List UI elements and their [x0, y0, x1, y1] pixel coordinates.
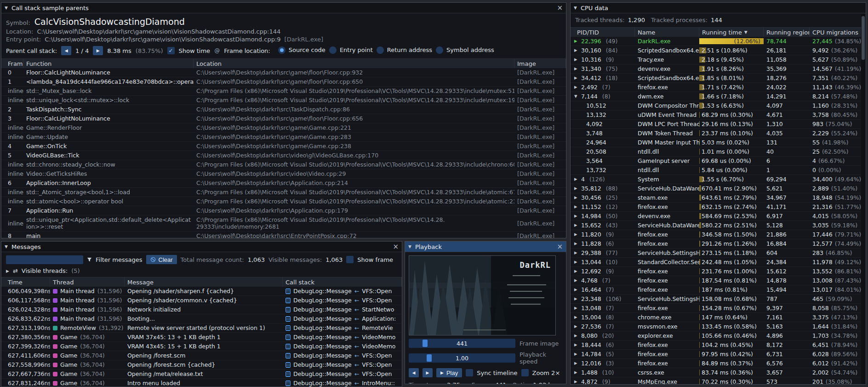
column-header-location[interactable]: Location	[194, 59, 514, 68]
callstack-titlebar[interactable]: ▼ Call stack sample parents ×	[1, 3, 566, 13]
expand-icon[interactable]: ▶	[574, 341, 578, 348]
cpu-row[interactable]: ▶14,984(50)devenv.exe584.69 ms (2.53%)6,…	[571, 212, 862, 221]
expand-icon[interactable]: ▶	[574, 47, 578, 54]
message-row[interactable]: 627,399,326nsGame(36,704)VRAM 43x45: 15 …	[1, 342, 402, 351]
expand-icon[interactable]: ▶	[574, 213, 578, 219]
cpu-row[interactable]: 13,732ntdll.dll5.84 us (0.00%)10(0.00%)	[571, 166, 862, 175]
expand-icon[interactable]: ▶	[574, 194, 578, 201]
callstack-frame-row[interactable]: 0Floor::CalcLightNoLuminanceC:\Users\wol…	[1, 68, 566, 77]
column-header-running-time[interactable]: Running time ▼	[699, 28, 764, 37]
collapse-icon[interactable]: ▼	[408, 245, 411, 249]
playback-frame-image[interactable]: DarkRL	[409, 255, 556, 335]
message-row[interactable]: 627,380,356nsGame(36,704)VRAM 37x45: 13 …	[1, 333, 402, 342]
cpu-row[interactable]: ▶13,048(7)firefox.exe154.28 ms (0.67%)9,…	[571, 304, 862, 313]
cpu-row[interactable]: 3,748DWM Token Thread23.37 ms (0.10%)4,0…	[571, 129, 862, 138]
close-icon[interactable]: ×	[557, 243, 563, 250]
expand-icon[interactable]: ▶	[574, 75, 578, 81]
cpu-row[interactable]: ▶27,536(7)msvsmon.exe133.45 ms (0.58%)5,…	[571, 322, 862, 331]
expand-icon[interactable]: ▶	[574, 84, 578, 91]
expand-icon[interactable]: ▶	[574, 231, 578, 238]
column-header-thread[interactable]: Thread	[50, 277, 125, 287]
callstack-frame-row[interactable]: 5VideoGLBase::TickC:\Users\wolf\Desktop\…	[1, 151, 566, 160]
cpu-row[interactable]: 3,564GameInput server69.68 us (0.00%)64(…	[571, 156, 862, 166]
cpu-titlebar[interactable]: ▼ CPU data	[571, 3, 866, 13]
cpu-row[interactable]: 24,964DWM Master Input Threa5.03 ms (0.0…	[571, 138, 862, 147]
callstack-frame-row[interactable]: 2TaskDispatch::SyncC:\Users\wolf\Desktop…	[1, 105, 566, 114]
cpu-row[interactable]: ▶22,396(49)DarkRL.exe(12.06%)78,74427,44…	[571, 37, 862, 46]
cpu-row[interactable]: ▶16,464(7)firefox.exe187 ms (0.81%)15,49…	[571, 285, 862, 295]
cpu-row[interactable]: 13,132uDWM Event Thread68.29 ms (0.30%)4…	[571, 110, 862, 120]
prev-callstack-button[interactable]: ◀	[61, 46, 71, 55]
filter-input[interactable]	[6, 255, 83, 264]
callstack-cell[interactable]: DebugLog::Message←VideoMemo	[283, 342, 402, 351]
callstack-frame-row[interactable]: 6Application::InnerLoopC:\Users\wolf\Des…	[1, 179, 566, 188]
cpu-row[interactable]: 10,512DWM Compositor Threa1.53 s (6.63%)…	[571, 101, 862, 110]
cpu-row[interactable]: ▶11,828(6)firefox.exe291.26 ms (1.26%)16…	[571, 239, 862, 248]
slider-grab[interactable]	[423, 340, 428, 347]
callstack-cell[interactable]: DebugLog::Message←VFS::Open	[283, 296, 402, 305]
cpu-row[interactable]: 20,508ntdll.dll1.01 ms (0.00%)4025(62.50…	[571, 147, 862, 156]
expand-icon[interactable]: ▶	[574, 222, 578, 229]
cpu-row[interactable]: ▶23,348(106)ServiceHub.SettingsHost158.0…	[571, 295, 862, 304]
prev-frame-button[interactable]: ◀	[409, 368, 419, 377]
cpu-row[interactable]: ▶15,004(8)chrome.exe147 ms (0.64%)7,1613…	[571, 313, 862, 322]
callstack-frame-row[interactable]: inlineGame::UpdateC:\Users\wolf\Desktop\…	[1, 133, 566, 142]
play-button[interactable]: ▶ Play	[436, 368, 462, 377]
expand-icon[interactable]: ▶	[574, 176, 578, 183]
callstack-cell[interactable]: DebugLog::Message←StartNetwo	[283, 305, 402, 314]
message-row[interactable]: 627,558,996nsGame(36,704)Opening /forest…	[1, 360, 402, 370]
callstack-cell[interactable]: DebugLog::Message←VFS::Open	[283, 351, 402, 360]
sync-timeline-checkbox[interactable]	[466, 369, 473, 376]
zoom-2x-checkbox[interactable]	[521, 369, 529, 376]
cpu-row[interactable]: ▶30,456(25)steam.exe643.61 ms (2.79%)34,…	[571, 193, 862, 202]
callstack-cell[interactable]: DebugLog::Message←RemoteVie	[283, 323, 402, 332]
column-header-running-regions[interactable]: Running regions	[764, 28, 810, 37]
messages-titlebar[interactable]: ▼ Messages ×	[1, 242, 402, 252]
collapse-icon[interactable]: ▼	[5, 245, 8, 249]
message-row[interactable]: 627,667,736nsGame(36,704)Opening /meta/r…	[1, 370, 402, 379]
expand-icon[interactable]: ▶	[574, 360, 578, 367]
expand-icon[interactable]: ▶	[574, 323, 578, 330]
expand-icon[interactable]: ▶	[574, 56, 578, 63]
cpu-row[interactable]: ▶4(126)System1.55 s (6.70%)69,29434,400(…	[571, 175, 862, 184]
cpu-row[interactable]: 4,092DWM LPC Port Thread29.16 ms (0.13%)…	[571, 120, 862, 129]
expand-icon[interactable]: ▶	[574, 286, 578, 293]
column-header-pid-tid[interactable]: PID/TID	[571, 28, 635, 37]
column-header-message[interactable]: Message	[125, 277, 283, 287]
cpu-row[interactable]: ▶13,044(10)StandardCollector.Servic242.4…	[571, 258, 862, 267]
column-header-frame[interactable]: Frame	[1, 59, 23, 68]
column-header-name[interactable]: Name	[635, 28, 699, 37]
callstack-frame-row[interactable]: inlinestd::unique_ptr<Application,std::d…	[1, 215, 566, 231]
callstack-cell[interactable]: DebugLog::Message←VideoMemo	[283, 333, 402, 341]
expand-icon[interactable]: ▶	[574, 378, 578, 384]
callstack-frame-row[interactable]: inlinestd::_Atomic_storage<bool,1>::load…	[1, 188, 566, 197]
expand-icon[interactable]: ▶	[574, 38, 578, 45]
callstack-frame-row[interactable]: inlineVideo::GetTicksHiResC:\Users\wolf\…	[1, 169, 566, 179]
playback-speed-slider[interactable]: 1.00	[409, 353, 515, 363]
expand-icon[interactable]: ▶	[574, 295, 578, 302]
cpu-row[interactable]: ▶12,692(9)firefox.exe231.76 ms (1.00%)15…	[571, 267, 862, 276]
cpu-row[interactable]: ▶31,340(75)devenv.exe1.91 s (8.26%)35,36…	[571, 64, 862, 74]
callstack-frame-row[interactable]: inlinestd::atomic<bool>::operator boolC:…	[1, 197, 566, 206]
visible-threads-label[interactable]: Visible threads:	[22, 267, 68, 274]
expand-icon[interactable]: ▶	[574, 249, 578, 256]
playback-titlebar[interactable]: ▼ Playback ×	[405, 242, 566, 252]
message-row[interactable]: 626,833,622nsMain thread(31,596)Booting.…	[1, 314, 402, 323]
column-header-image[interactable]: Image	[514, 59, 566, 68]
expand-icon[interactable]: ▶	[574, 351, 578, 358]
cpu-row[interactable]: ▶18,444(6)firefox.exe104.2 ms (0.45%)8,1…	[571, 341, 862, 350]
callstack-frame-row[interactable]: 1<lambda_84a19dc444fae966ca174e83e708bdc…	[1, 77, 566, 87]
cpu-row[interactable]: ▶35,812(88)ServiceHub.DataWareho670.41 m…	[571, 184, 862, 193]
callstack-cell[interactable]: DebugLog::Message←IntroMenu::	[283, 379, 402, 387]
message-row[interactable]: 627,831,246nsGame(36,704)Intro menu load…	[1, 379, 402, 387]
cpu-row[interactable]: ▶4,768(7)firefox.exe187.54 ms (0.81%)14,…	[571, 276, 862, 285]
cpu-row[interactable]: ▶10,316(9)Tracy.exe2.18 s (9.45%)11,0585…	[571, 55, 862, 64]
callstack-frame-row[interactable]: inlinestd::chrono::steady_clock::nowC:\P…	[1, 160, 566, 169]
expand-icon[interactable]: ▶	[574, 65, 578, 72]
cpu-row[interactable]: ▶1,488(10)csrss.exe83.74 ms (0.36%)3,657…	[571, 368, 862, 377]
cpu-row[interactable]: ▶4,872(9)MsMpEng.exe70.22 ms (0.30%)5732…	[571, 377, 862, 384]
show-time-checkbox[interactable]: ✓	[167, 47, 175, 54]
message-row[interactable]: 626,024,328nsMain thread(31,596)Network …	[1, 305, 402, 314]
cpu-row[interactable]: ▶14,784(5)firefox.exe97.95 ms (0.42%)6,7…	[571, 350, 862, 359]
callstack-frame-row[interactable]: inlineGame::RenderFloorC:\Users\wolf\Des…	[1, 123, 566, 133]
